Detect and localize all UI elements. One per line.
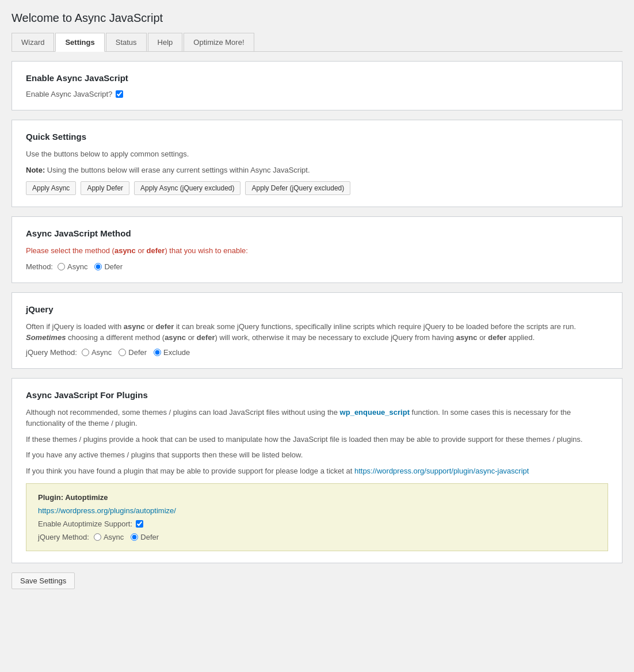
apply-async-button[interactable]: Apply Async (26, 181, 76, 195)
autoptimize-link[interactable]: https://wordpress.org/plugins/autoptimiz… (38, 506, 176, 515)
method-async-label: Async (67, 262, 87, 271)
note-label: Note: (26, 166, 45, 174)
jquery-method-label: jQuery Method: (26, 348, 77, 357)
plugin-async-option[interactable]: Async (94, 533, 124, 541)
footer: Save Settings (12, 572, 622, 589)
plugin-async-radio[interactable] (94, 533, 101, 541)
jquery-defer-option[interactable]: Defer (119, 348, 147, 357)
plugins-para3: If you have any active themes / plugins … (26, 449, 608, 461)
plugin-jquery-radio-group: Async Defer (94, 533, 159, 541)
plugin-defer-label: Defer (140, 533, 159, 541)
plugin-async-label: Async (104, 533, 124, 541)
tabs-nav: Wizard Settings Status Help Optimize Mor… (12, 33, 622, 52)
jquery-defer-radio[interactable] (119, 349, 126, 356)
async-method-title: Async JavaScript Method (26, 228, 608, 238)
method-defer-radio[interactable] (94, 263, 102, 270)
plugin-jquery-method-row: jQuery Method: Async Defer (38, 533, 596, 541)
jquery-async-radio[interactable] (82, 349, 89, 356)
plugins-para4: If you think you have found a plugin tha… (26, 465, 608, 477)
jquery-defer-label: Defer (128, 348, 147, 357)
wp-enqueue-link[interactable]: wp_enqueue_script (340, 408, 410, 417)
quick-settings-note: Note: Using the buttons below will erase… (26, 165, 608, 176)
apply-defer-button[interactable]: Apply Defer (81, 181, 129, 195)
method-async-radio[interactable] (58, 263, 65, 270)
enable-async-checkbox[interactable] (116, 90, 123, 98)
plugins-title: Async JavaScript For Plugins (26, 390, 608, 400)
jquery-title: jQuery (26, 304, 608, 314)
quick-settings-description: Use the buttons below to apply common se… (26, 148, 608, 160)
enable-support-label[interactable]: Enable Autoptimize Support: (38, 520, 143, 528)
method-defer-option[interactable]: Defer (94, 262, 123, 271)
plugins-para1: Although not recommended, some themes / … (26, 407, 608, 429)
tab-wizard[interactable]: Wizard (12, 33, 54, 51)
quick-settings-buttons: Apply Async Apply Defer Apply Async (jQu… (26, 181, 608, 195)
plugin-defer-radio[interactable] (131, 533, 138, 541)
quick-settings-section: Quick Settings Use the buttons below to … (12, 120, 622, 207)
plugins-para2: If these themes / plugins provide a hook… (26, 434, 608, 445)
tab-optimize[interactable]: Optimize More! (184, 33, 254, 51)
plugin-name: Plugin: Autoptimize (38, 493, 596, 502)
apply-defer-jquery-excluded-button[interactable]: Apply Defer (jQuery excluded) (245, 181, 350, 195)
method-radio-group: Async Defer (58, 262, 123, 271)
quick-settings-title: Quick Settings (26, 132, 608, 142)
apply-async-jquery-excluded-button[interactable]: Apply Async (jQuery excluded) (134, 181, 240, 195)
plugin-autoptimize-box: Plugin: Autoptimize https://wordpress.or… (26, 483, 608, 551)
save-settings-button[interactable]: Save Settings (12, 572, 75, 589)
tab-settings[interactable]: Settings (55, 33, 104, 52)
jquery-description: Often if jQuery is loaded with async or … (26, 321, 608, 343)
plugins-section: Async JavaScript For Plugins Although no… (12, 378, 622, 564)
jquery-exclude-option[interactable]: Exclude (154, 348, 190, 357)
main-content: Enable Async JavaScript Enable Async Jav… (12, 52, 622, 563)
jquery-exclude-radio[interactable] (154, 349, 161, 356)
method-row: Method: Async Defer (26, 262, 608, 271)
method-label: Method: (26, 262, 53, 271)
method-defer-label: Defer (104, 262, 123, 271)
enable-support-row: Enable Autoptimize Support: (38, 520, 596, 528)
enable-support-checkbox[interactable] (136, 520, 143, 528)
jquery-exclude-label: Exclude (163, 348, 190, 357)
jquery-method-row: jQuery Method: Async Defer Exclude (26, 348, 608, 357)
enable-async-label[interactable]: Enable Async JavaScript? (26, 90, 123, 98)
jquery-async-label: Async (91, 348, 112, 357)
jquery-radio-group: Async Defer Exclude (82, 348, 190, 357)
tab-help[interactable]: Help (148, 33, 183, 51)
async-method-section: Async JavaScript Method Please select th… (12, 216, 622, 283)
enable-async-row: Enable Async JavaScript? (26, 90, 608, 98)
enable-async-section: Enable Async JavaScript Enable Async Jav… (12, 61, 622, 110)
enable-async-title: Enable Async JavaScript (26, 73, 608, 83)
jquery-async-option[interactable]: Async (82, 348, 112, 357)
note-text: Using the buttons below will erase any c… (47, 166, 310, 174)
plugin-defer-option[interactable]: Defer (131, 533, 159, 541)
support-link[interactable]: https://wordpress.org/support/plugin/asy… (354, 467, 529, 475)
tab-status[interactable]: Status (106, 33, 147, 51)
method-async-option[interactable]: Async (58, 262, 87, 271)
jquery-section: jQuery Often if jQuery is loaded with as… (12, 292, 622, 369)
enable-async-label-text: Enable Async JavaScript? (26, 90, 112, 98)
plugin-jquery-label: jQuery Method: (38, 533, 89, 541)
enable-support-text: Enable Autoptimize Support: (38, 520, 132, 528)
page-title: Welcome to Async JavaScript (12, 12, 622, 25)
async-method-description: Please select the method (async or defer… (26, 245, 608, 257)
